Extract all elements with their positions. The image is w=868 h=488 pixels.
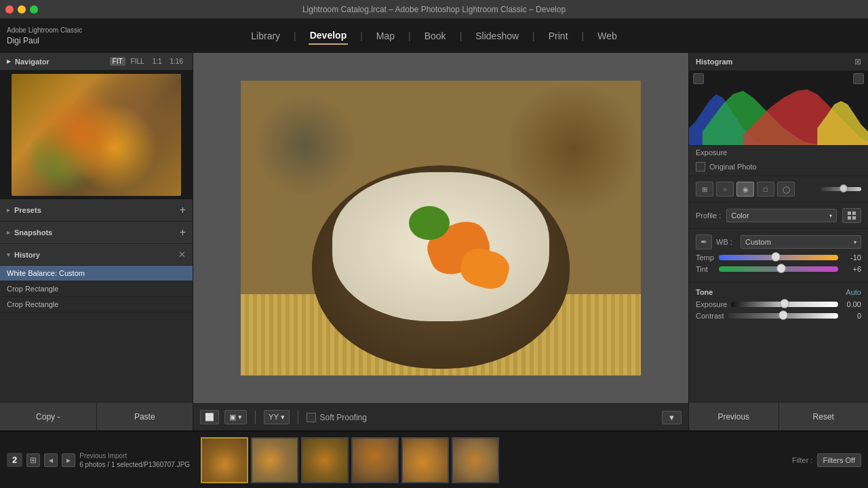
- history-item-2[interactable]: Crop Rectangle: [0, 297, 193, 312]
- snapshots-add-button[interactable]: +: [180, 227, 186, 238]
- wb-chevron-icon: ▾: [854, 239, 856, 245]
- thumbnail-1[interactable]: [201, 437, 248, 483]
- nav-library[interactable]: Library: [250, 28, 281, 44]
- close-button[interactable]: [5, 5, 14, 14]
- view-rect-icon[interactable]: □: [757, 182, 774, 197]
- histogram-header: Histogram ⊠: [689, 53, 868, 70]
- nav-sep-4: |: [460, 30, 462, 41]
- date-dropdown-button[interactable]: YY ▾: [264, 410, 290, 424]
- navigator-section-header[interactable]: ▸ Navigator FIT FILL 1:1 1:16: [0, 53, 193, 70]
- left-panel-bottom: Copy - Paste: [0, 402, 193, 430]
- presets-label: Presets: [14, 206, 41, 214]
- snapshots-arrow: ▸: [7, 229, 10, 236]
- history-item-1[interactable]: Crop Rectangle: [0, 281, 193, 297]
- previous-button[interactable]: Previous: [689, 403, 779, 430]
- zoom-fit[interactable]: FIT: [110, 57, 125, 66]
- nav-develop[interactable]: Develop: [309, 27, 348, 45]
- minimize-button[interactable]: [18, 5, 26, 14]
- history-header[interactable]: ▾ History ✕: [0, 244, 193, 266]
- snapshots-header[interactable]: ▸ Snapshots +: [0, 222, 193, 243]
- contrast-slider-label: Contrast: [696, 312, 724, 320]
- nav-sep-1: |: [294, 30, 296, 41]
- original-photo-row: Original Photo: [689, 159, 868, 176]
- presets-header[interactable]: ▸ Presets +: [0, 199, 193, 221]
- wb-value: Custom: [745, 238, 771, 246]
- history-close-button[interactable]: ✕: [178, 249, 186, 260]
- tint-slider-thumb: [776, 264, 786, 273]
- svg-rect-2: [848, 216, 851, 220]
- nav-web[interactable]: Web: [596, 28, 618, 44]
- ratio-dropdown-button[interactable]: ▣ ▾: [224, 410, 247, 424]
- maximize-button[interactable]: [30, 5, 38, 14]
- histogram-canvas: [689, 70, 868, 145]
- toolbar-separator-2: [298, 411, 298, 424]
- copy-button[interactable]: Copy -: [0, 403, 97, 430]
- contrast-slider-thumb: [778, 310, 788, 320]
- thumbnail-image-6: [453, 439, 498, 482]
- histogram-expand-icon[interactable]: ⊠: [854, 57, 861, 66]
- toolbar-separator-1: [255, 411, 256, 424]
- view-circle-icon[interactable]: ○: [716, 182, 734, 197]
- navigator-label: Navigator: [15, 58, 50, 66]
- left-panel: ▸ Navigator FIT FILL 1:1 1:16 ▸ Presets: [0, 53, 193, 430]
- soft-proofing-checkbox[interactable]: [307, 413, 316, 422]
- wb-row: ✒ WB : Custom ▾: [696, 235, 861, 249]
- toolbar-expand-button[interactable]: ▼: [662, 411, 682, 424]
- profile-row: Profile : Color ▾: [689, 203, 868, 229]
- temp-slider-row: Temp -10: [696, 253, 861, 262]
- filmstrip-prev-button[interactable]: ◂: [44, 453, 58, 467]
- view-size-slider-thumb: [840, 184, 848, 192]
- profile-grid-button[interactable]: [842, 208, 861, 223]
- view-size-slider[interactable]: [821, 187, 861, 191]
- filter-dropdown[interactable]: Filters Off: [817, 453, 861, 467]
- svg-rect-1: [852, 211, 856, 215]
- profile-dropdown[interactable]: Color ▾: [726, 209, 837, 222]
- nav-map[interactable]: Map: [375, 28, 396, 44]
- reset-button[interactable]: Reset: [779, 403, 869, 430]
- view-circle-active-icon[interactable]: ◉: [736, 182, 754, 197]
- thumbnail-4[interactable]: 4: [351, 437, 399, 483]
- main-photo: [241, 81, 641, 375]
- zoom-1to1[interactable]: 1:1: [150, 57, 165, 66]
- temp-slider[interactable]: [719, 255, 838, 260]
- thumbnail-3[interactable]: 3: [301, 437, 349, 483]
- navigator-image-overlay: [12, 74, 181, 196]
- filmstrip-nav-grid-button[interactable]: ⊞: [26, 453, 40, 467]
- navigator-zoom-controls: FIT FILL 1:1 1:16: [110, 57, 186, 66]
- contrast-slider[interactable]: [728, 313, 838, 319]
- view-slider-group: [821, 187, 861, 191]
- crop-tool-button[interactable]: ⬜: [200, 410, 219, 424]
- highlight-clipping-button[interactable]: [853, 73, 864, 84]
- soft-proofing-label: Soft Proofing: [320, 413, 367, 422]
- app-info: Adobe Lightroom Classic Digi Paul: [7, 26, 82, 47]
- view-oval-icon[interactable]: ◯: [777, 182, 795, 197]
- temp-label: Temp: [696, 253, 715, 262]
- exposure-label-row: Exposure: [689, 146, 868, 159]
- wb-dropdown[interactable]: Custom ▾: [741, 235, 861, 249]
- history-label: History: [14, 251, 40, 259]
- nav-slideshow[interactable]: Slideshow: [474, 28, 520, 44]
- zoom-fill[interactable]: FILL: [128, 57, 147, 66]
- history-item-0[interactable]: White Balance: Custom: [0, 266, 193, 281]
- nav-sep-2: |: [360, 30, 363, 41]
- histogram-svg: [689, 70, 868, 145]
- center-area: ⬜ ▣ ▾ YY ▾ Soft Proofing ▼: [193, 53, 688, 430]
- auto-tone-button[interactable]: Auto: [846, 288, 861, 296]
- shadow-clipping-button[interactable]: [693, 73, 704, 84]
- filmstrip-next-button[interactable]: ▸: [62, 453, 75, 467]
- paste-button[interactable]: Paste: [97, 403, 193, 430]
- tint-slider[interactable]: [719, 266, 838, 272]
- app-name: Adobe Lightroom Classic: [7, 26, 82, 35]
- view-grid-icon[interactable]: ⊞: [696, 182, 713, 197]
- nav-book[interactable]: Book: [423, 28, 448, 44]
- thumbnail-2[interactable]: 2: [251, 437, 298, 483]
- thumbnail-6[interactable]: 6: [452, 437, 499, 483]
- wb-eyedropper-button[interactable]: ✒: [696, 235, 712, 249]
- history-list: White Balance: Custom Crop Rectangle Cro…: [0, 266, 193, 402]
- thumbnail-5[interactable]: 5: [401, 437, 449, 483]
- presets-add-button[interactable]: +: [180, 205, 186, 216]
- original-photo-checkbox[interactable]: [696, 162, 705, 171]
- zoom-1to16[interactable]: 1:16: [167, 57, 186, 66]
- exposure-slider[interactable]: [731, 302, 838, 307]
- nav-print[interactable]: Print: [547, 28, 570, 44]
